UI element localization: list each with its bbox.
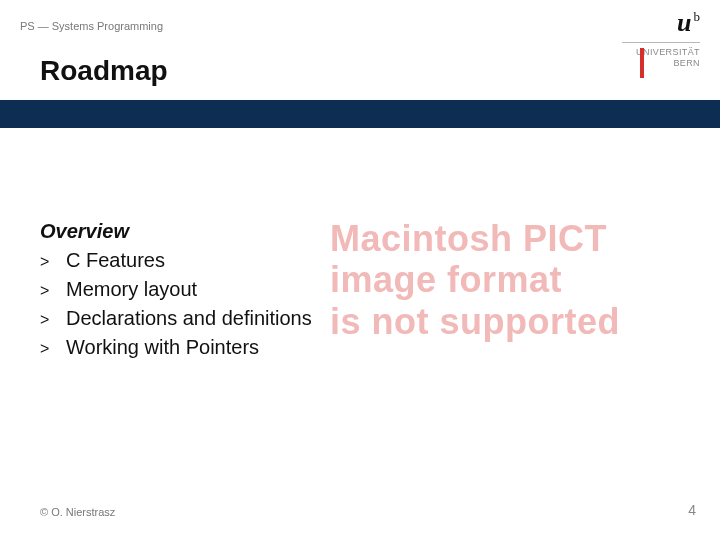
list-item: > Memory layout	[40, 278, 680, 301]
overview-item-text: Declarations and definitions	[66, 307, 312, 330]
overview-item-text: Memory layout	[66, 278, 197, 301]
page-title: Roadmap	[40, 55, 168, 87]
logo-divider	[622, 42, 700, 43]
overview-heading: Overview	[40, 220, 680, 243]
logo-text-line1: UNIVERSITÄT	[622, 47, 700, 58]
page-number: 4	[688, 502, 696, 518]
bullet-icon: >	[40, 340, 66, 358]
logo-letter: u	[677, 8, 691, 37]
bullet-icon: >	[40, 282, 66, 300]
overview-item-text: C Features	[66, 249, 165, 272]
list-item: > Working with Pointers	[40, 336, 680, 359]
list-item: > C Features	[40, 249, 680, 272]
logo-red-accent	[640, 48, 644, 78]
logo-superscript: b	[694, 9, 701, 24]
title-bar	[0, 100, 720, 128]
logo-text-line2: BERN	[622, 58, 700, 69]
slide: PS — Systems Programming Roadmap ub UNIV…	[0, 0, 720, 540]
overview-block: Overview > C Features > Memory layout > …	[40, 220, 680, 365]
bullet-icon: >	[40, 311, 66, 329]
list-item: > Declarations and definitions	[40, 307, 680, 330]
overview-item-text: Working with Pointers	[66, 336, 259, 359]
university-logo: ub UNIVERSITÄT BERN	[622, 10, 700, 70]
bullet-icon: >	[40, 253, 66, 271]
breadcrumb: PS — Systems Programming	[20, 20, 163, 32]
logo-mark: ub	[622, 10, 700, 36]
footer-copyright: © O. Nierstrasz	[40, 506, 115, 518]
